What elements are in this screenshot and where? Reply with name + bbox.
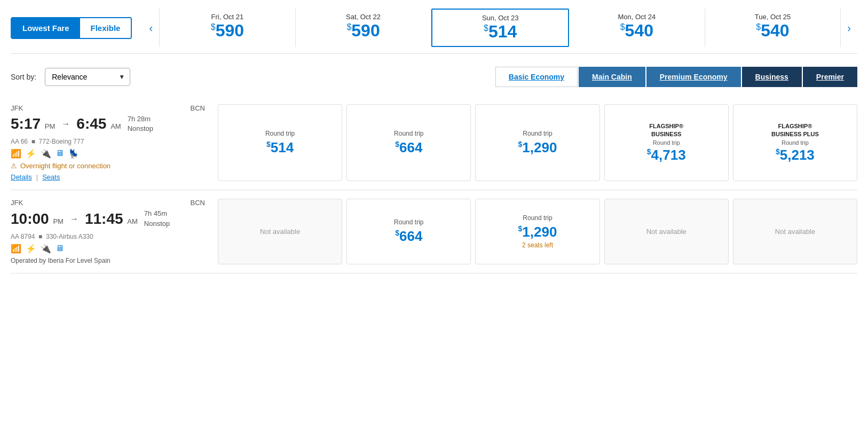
next-date-button[interactable]: › xyxy=(841,22,857,34)
warning-icon: ⚠ xyxy=(11,162,17,170)
warning-text: Overnight flight or connection xyxy=(20,162,111,170)
cabin-tabs: Basic EconomyMain CabinPremium EconomyBu… xyxy=(495,67,857,87)
cabin-tab-business[interactable]: Business xyxy=(742,67,802,87)
from-airport: JFK xyxy=(11,104,23,112)
flight-airports: JFK BCN xyxy=(11,104,205,112)
date-label: Fri, Oct 21 xyxy=(165,13,290,21)
cabin-tab-premier[interactable]: Premier xyxy=(803,67,857,87)
flight-row-flight-1: JFK BCN 5:17 PM → 6:45 AM 7h 28mNonstop … xyxy=(11,96,857,190)
fare-label: Round trip xyxy=(265,130,295,137)
arrow-icon: → xyxy=(70,214,78,224)
flight-amenities: 📶⚡🔌🖥 xyxy=(11,244,205,254)
fare-label: Round trip xyxy=(394,130,423,137)
fare-cells-flight-2: Not available Round trip $664 Round trip… xyxy=(218,199,857,264)
fare-price: $4,713 xyxy=(647,147,686,163)
wifi-icon: 📶 xyxy=(11,148,21,159)
sort-by-label: Sort by: xyxy=(11,73,36,81)
flight-duration: 7h 45mNonstop xyxy=(144,209,170,228)
fare-cell-premier[interactable]: FLAGSHIP® BUSINESS PLUS Round trip $5,21… xyxy=(733,104,857,181)
fare-cell-main-cabin[interactable]: Round trip $664 xyxy=(346,104,471,181)
fare-cell-business[interactable]: FLAGSHIP® BUSINESS Round trip $4,713 xyxy=(604,104,729,181)
flight-duration: 7h 28mNonstop xyxy=(128,114,153,134)
date-price: $590 xyxy=(165,21,290,41)
not-available-text: Not available xyxy=(646,228,686,236)
flexible-button[interactable]: Flexible xyxy=(80,18,131,38)
arrow-icon: → xyxy=(61,119,70,129)
depart-time: 10:00 PM xyxy=(11,210,64,228)
cabin-tab-premium-economy[interactable]: Premium Economy xyxy=(646,67,741,87)
flights-list: JFK BCN 5:17 PM → 6:45 AM 7h 28mNonstop … xyxy=(11,96,857,273)
date-col-sat-oct-22[interactable]: Sat, Oct 22 $590 xyxy=(296,9,432,47)
flight-info-flight-2: JFK BCN 10:00 PM → 11:45 AM 7h 45mNonsto… xyxy=(11,199,214,264)
sort-select-wrapper: RelevancePriceDurationDepartureArrival ▼ xyxy=(45,68,130,86)
fare-label: Round trip xyxy=(653,139,680,146)
from-airport: JFK xyxy=(11,199,23,207)
fare-label: Round trip xyxy=(523,214,552,222)
lowest-fare-button[interactable]: Lowest Fare xyxy=(12,18,80,38)
date-col-mon-oct-24[interactable]: Mon, Oct 24 $540 xyxy=(569,9,705,47)
fare-label: Round trip xyxy=(394,218,423,226)
seat-icon: 💺 xyxy=(68,148,79,159)
date-col-tue-oct-25[interactable]: Tue, Oct 25 $540 xyxy=(705,9,841,47)
to-airport: BCN xyxy=(191,104,205,112)
fare-cell-premier-na: Not available xyxy=(733,199,857,264)
fare-cell-premium-economy[interactable]: Round trip $1,290 2 seats left xyxy=(475,199,599,264)
cabin-tab-basic-economy[interactable]: Basic Economy xyxy=(495,67,578,87)
operated-by: Operated by Iberia For Level Spain xyxy=(11,257,205,264)
date-col-fri-oct-21[interactable]: Fri, Oct 21 $590 xyxy=(160,9,296,47)
tv-icon: 🖥 xyxy=(56,148,64,159)
seats-link[interactable]: Seats xyxy=(42,173,60,181)
sort-select[interactable]: RelevancePriceDurationDepartureArrival xyxy=(45,68,130,86)
fare-cells-flight-1: Round trip $514 Round trip $664 Round tr… xyxy=(218,104,857,181)
arrive-time: 11:45 AM xyxy=(85,210,138,228)
fare-cell-basic-economy-na: Not available xyxy=(218,199,342,264)
warning-row: ⚠ Overnight flight or connection xyxy=(11,162,205,170)
date-columns: Fri, Oct 21 $590 Sat, Oct 22 $590 Sun, O… xyxy=(159,9,841,47)
flight-times: 5:17 PM → 6:45 AM 7h 28mNonstop xyxy=(11,114,205,134)
flight-info-flight-1: JFK BCN 5:17 PM → 6:45 AM 7h 28mNonstop … xyxy=(11,104,214,181)
flagship-sub: BUSINESS PLUS xyxy=(771,131,819,137)
cabin-tab-main-cabin[interactable]: Main Cabin xyxy=(579,67,645,87)
usb-icon: 🔌 xyxy=(41,244,51,254)
date-label: Tue, Oct 25 xyxy=(711,13,835,21)
power-icon: ⚡ xyxy=(26,244,36,254)
details-link[interactable]: Details xyxy=(11,173,32,181)
flight-amenities: 📶⚡🔌🖥💺 xyxy=(11,148,205,159)
links-row: Details | Seats xyxy=(11,173,205,181)
flight-meta: AA 8794 ■ 330-Airbus A330 xyxy=(11,233,205,240)
date-price: $540 xyxy=(711,21,835,41)
fare-label: Round trip xyxy=(782,139,809,146)
fare-price: $1,290 xyxy=(518,139,557,156)
fare-price: $664 xyxy=(395,139,422,156)
date-col-sun-oct-23[interactable]: Sun, Oct 23 $514 xyxy=(431,9,569,47)
power-icon: ⚡ xyxy=(26,148,36,159)
flight-airports: JFK BCN xyxy=(11,199,205,207)
date-label: Mon, Oct 24 xyxy=(574,13,699,21)
fare-cell-premium-economy[interactable]: Round trip $1,290 xyxy=(475,104,599,181)
flight-times: 10:00 PM → 11:45 AM 7h 45mNonstop xyxy=(11,209,205,228)
divider: | xyxy=(36,173,38,181)
fare-price: $664 xyxy=(395,228,422,245)
date-label: Sat, Oct 22 xyxy=(301,13,426,21)
tv-icon: 🖥 xyxy=(56,244,64,254)
to-airport: BCN xyxy=(191,199,205,207)
flight-row-flight-2: JFK BCN 10:00 PM → 11:45 AM 7h 45mNonsto… xyxy=(11,190,857,273)
flight-meta: AA 66 ■ 772-Boeing 777 xyxy=(11,138,205,145)
arrive-time: 6:45 AM xyxy=(76,115,121,132)
date-price: $590 xyxy=(301,21,426,41)
controls-row: Sort by: RelevancePriceDurationDeparture… xyxy=(11,67,857,87)
fare-price: $1,290 xyxy=(518,224,557,240)
top-bar: Lowest Fare Flexible ‹ Fri, Oct 21 $590 … xyxy=(11,9,857,54)
fare-price: $5,213 xyxy=(776,147,815,163)
date-label: Sun, Oct 23 xyxy=(438,14,563,22)
fare-cell-basic-economy[interactable]: Round trip $514 xyxy=(218,104,342,181)
fare-cell-main-cabin[interactable]: Round trip $664 xyxy=(346,199,471,264)
not-available-text: Not available xyxy=(775,228,815,236)
seats-left: 2 seats left xyxy=(522,241,553,249)
page-container: Lowest Fare Flexible ‹ Fri, Oct 21 $590 … xyxy=(0,0,868,438)
fare-label: Round trip xyxy=(523,130,552,137)
flagship-title: FLAGSHIP® xyxy=(778,122,812,130)
prev-date-button[interactable]: ‹ xyxy=(143,22,159,34)
fare-toggle: Lowest Fare Flexible xyxy=(11,17,132,39)
wifi-icon: 📶 xyxy=(11,244,21,254)
